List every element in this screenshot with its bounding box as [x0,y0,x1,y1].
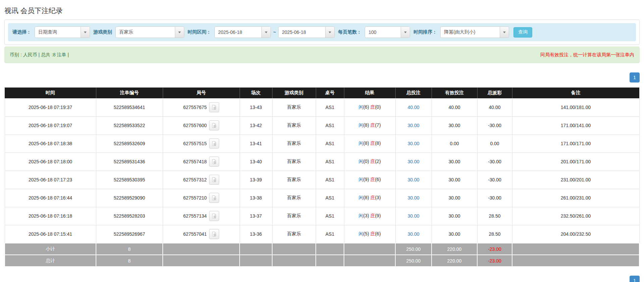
cell-table: AS1 [316,134,344,153]
subtotal-row-total-bet: 250.00 [395,243,432,255]
subtotal-row-label: 小计 [5,243,96,255]
banker-result-score: (9) [375,213,381,218]
cell-remark: 171.00/171.00 [512,134,639,153]
chevron-down-icon[interactable] [261,27,270,38]
cell-session: 13-42 [240,116,272,134]
query-type-select[interactable]: 日期查询 [35,26,90,38]
cell-result: 闲(5) 庄(6) [344,225,395,243]
player-result-score: (6) [363,104,370,110]
video-replay-button[interactable] [209,175,219,185]
chevron-down-icon[interactable] [325,27,334,38]
cell-time: 2025-06-18 07:18:00 [5,153,96,171]
search-button[interactable]: 查询 [513,27,532,38]
video-replay-button[interactable] [209,138,219,149]
player-result-label: 闲 [358,213,363,218]
cell-time: 2025-06-18 07:16:18 [5,207,96,225]
round-wrap: 627557312 [183,175,219,185]
cell-time: 2025-06-18 07:17:23 [5,171,96,189]
cell-table: AS1 [316,189,344,207]
page-button-1[interactable]: 1 [630,276,640,282]
subtotal-row-valid-bet: 220.00 [432,243,477,255]
round-number: 627557515 [183,141,207,146]
round-number: 627557418 [183,159,207,164]
cell-session: 13-36 [240,225,272,243]
table-row: 2025-06-18 07:16:44522589529090627557210… [5,189,639,207]
date-to-select[interactable]: 2025-06-18 [278,26,335,38]
player-result-label: 闲 [358,159,363,164]
per-page-value: 100 [365,30,380,35]
date-to-value: 2025-06-18 [279,30,309,35]
film-record-icon [211,141,217,146]
round-wrap: 627557600 [183,120,219,130]
total-row-payout: -23.00 [477,255,512,267]
per-page-select[interactable]: 100 [365,26,410,38]
round-number: 627557210 [183,195,207,201]
total-bet-link[interactable]: 30.00 [407,213,419,219]
chevron-down-icon[interactable] [401,27,410,38]
chevron-down-icon[interactable] [500,27,509,38]
cell-remark: 204.00/232.50 [512,225,639,243]
subtotal-row-empty [316,243,344,255]
cell-result: 闲(8) 庄(8) [344,134,395,153]
total-bet-link[interactable]: 30.00 [407,231,419,237]
player-result-score: (8) [363,195,370,200]
total-bet-link[interactable]: 30.00 [407,141,419,146]
total-bet-link[interactable]: 30.00 [407,177,419,182]
cell-remark: 232.50/261.00 [512,207,639,225]
table-row: 2025-06-18 07:15:41522589526967627557041… [5,225,639,243]
cell-payout: -30.00 [477,189,512,207]
total-bet-link[interactable]: 30.00 [407,195,419,201]
cell-time: 2025-06-18 07:16:44 [5,189,96,207]
cell-time: 2025-06-18 07:18:38 [5,134,96,153]
cell-time: 2025-06-18 07:15:41 [5,225,96,243]
round-number: 627557041 [183,231,207,237]
cell-round: 627557312 [163,171,240,189]
video-replay-button[interactable] [209,120,219,130]
player-result-label: 闲 [358,231,363,236]
video-replay-button[interactable] [209,211,219,221]
cell-total-bet: 40.00 [395,98,432,116]
total-bet-link[interactable]: 30.00 [407,159,419,164]
table-row: 2025-06-18 07:17:23522589530395627557312… [5,171,639,189]
banker-result-score: (2) [375,159,381,164]
date-from-select[interactable]: 2025-06-18 [214,26,271,38]
video-replay-button[interactable] [209,102,219,112]
cell-game: 百家乐 [272,189,316,207]
cell-payout: 28.50 [477,207,512,225]
player-result-label: 闲 [358,195,363,200]
film-record-icon [211,123,217,128]
cell-valid-bet: 40.00 [432,98,477,116]
time-sort-value: 降冪(由大到小) [441,29,479,35]
video-replay-button[interactable] [209,229,219,239]
page-button-1[interactable]: 1 [630,72,640,82]
video-replay-button[interactable] [209,157,219,167]
player-result-score: (8) [363,140,370,146]
banker-result-label: 庄 [370,104,375,110]
cell-result: 闲(8) 庄(7) [344,116,395,134]
chevron-down-icon[interactable] [81,27,90,38]
video-replay-button[interactable] [209,193,219,203]
cell-table: AS1 [316,225,344,243]
time-sort-select[interactable]: 降冪(由大到小) [440,26,509,38]
round-wrap: 627557418 [183,157,219,167]
chevron-down-icon[interactable] [175,27,184,38]
column-header: 局号 [163,88,240,98]
pagination-top: 1 [4,72,640,82]
total-bet-link[interactable]: 40.00 [407,105,419,110]
total-row-empty [512,255,639,267]
round-wrap: 627557515 [183,138,219,149]
game-category-select[interactable]: 百家乐 [115,26,184,38]
cell-result: 闲(8) 庄(3) [344,189,395,207]
cell-session: 13-41 [240,134,272,153]
column-header: 游戏类别 [272,88,316,98]
film-record-icon [211,195,217,201]
game-category-value: 百家乐 [116,29,137,35]
filter-bar: 请选择： 日期查询 游戏类别 百家乐 时间区间： 2025-06-18 ~ 20… [8,23,636,41]
cell-payout: -30.00 [477,153,512,171]
banker-result-score: (3) [375,195,381,200]
table-row: 2025-06-18 07:19:07522589533522627557600… [5,116,639,134]
column-header: 场次 [240,88,272,98]
cell-bet-id: 522589530395 [96,171,163,189]
cell-remark: 201.00/171.00 [512,153,639,171]
total-bet-link[interactable]: 30.00 [407,123,419,128]
